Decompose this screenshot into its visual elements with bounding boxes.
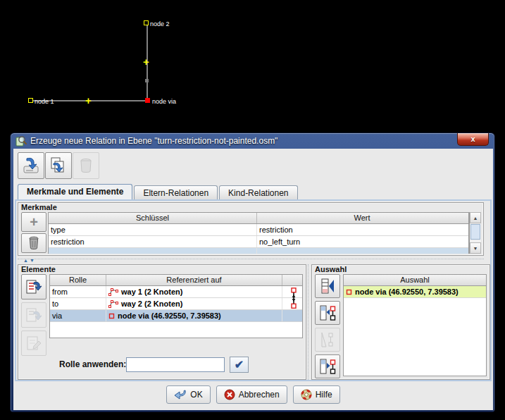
- member-role[interactable]: via: [50, 310, 106, 321]
- member-row[interactable]: from way 1 (2 Knoten): [50, 286, 302, 298]
- tag-value[interactable]: restriction: [257, 224, 467, 235]
- tag-row[interactable]: restriction no_left_turn: [49, 236, 468, 248]
- way-icon: [108, 288, 118, 296]
- selection-group: Auswahl: [311, 264, 490, 380]
- member-row-selected[interactable]: via node via (46.92550, 7.39583): [50, 310, 302, 322]
- members-col-role[interactable]: Rolle: [50, 275, 106, 285]
- role-input[interactable]: [126, 357, 225, 372]
- close-button[interactable]: x: [457, 133, 489, 146]
- cancel-button[interactable]: Abbrechen: [216, 385, 287, 404]
- add-selection-top-icon: [320, 278, 335, 295]
- plus-icon: +: [30, 217, 38, 227]
- way-connectivity-icon: [290, 288, 297, 309]
- edit-member-button: [21, 331, 46, 356]
- members-group: Elemente: [18, 264, 306, 380]
- add-selection-before-icon: [319, 304, 336, 321]
- apply-new-icon: [49, 156, 68, 175]
- add-tag-button[interactable]: +: [21, 212, 46, 232]
- map-node-via[interactable]: [145, 98, 150, 103]
- tags-scrollbar[interactable]: ▲ ▼: [469, 212, 481, 254]
- tags-group: Merkmale +: [18, 202, 484, 256]
- map-node-1-label: node 1: [35, 98, 54, 105]
- selection-col[interactable]: Auswahl: [344, 275, 486, 285]
- ok-button[interactable]: OK: [166, 385, 210, 404]
- document-pencil-icon: [25, 335, 42, 352]
- delete-tag-button[interactable]: [21, 233, 46, 253]
- help-button-label: Hilfe: [316, 390, 332, 400]
- scroll-up-icon[interactable]: ▲: [470, 212, 481, 223]
- footer-button-bar: OK Abbrechen: [13, 385, 493, 404]
- scroll-down-icon[interactable]: ▼: [470, 242, 481, 254]
- tag-row-new[interactable]: [49, 248, 468, 254]
- virtual-node-marker[interactable]: +: [142, 58, 150, 65]
- tag-key[interactable]: type: [49, 224, 257, 235]
- member-role[interactable]: to: [50, 298, 106, 309]
- delete-relation-button: [73, 152, 99, 179]
- move-member-up-button[interactable]: [21, 274, 46, 299]
- member-ref: way 1 (2 Knoten): [121, 288, 182, 296]
- splitter-collapse-icons[interactable]: ▲▼: [23, 258, 36, 263]
- apply-new-button[interactable]: [45, 152, 72, 179]
- help-button[interactable]: Hilfe: [293, 385, 340, 404]
- tags-table-header: Schlüssel Wert: [49, 213, 468, 224]
- duplicate-selection-button: [315, 328, 340, 352]
- member-ref: way 2 (2 Knoten): [121, 299, 182, 308]
- dialog-titlebar[interactable]: Erzeuge neue Relation in Ebene "turn-res…: [11, 133, 494, 149]
- selection-row[interactable]: node via (46.92550, 7.39583): [344, 286, 486, 298]
- tags-group-title: Merkmale: [21, 203, 57, 211]
- trash-icon: [27, 236, 40, 250]
- cancel-icon: [224, 389, 235, 400]
- apply-save-icon: [22, 156, 40, 175]
- apply-save-button[interactable]: [18, 152, 44, 179]
- tab-strip: Merkmale und Elemente Eltern-Relationen …: [18, 184, 299, 200]
- move-member-down-button: [21, 302, 46, 328]
- apply-role-label: Rolle anwenden:: [59, 359, 126, 369]
- tag-value[interactable]: no_left_turn: [257, 236, 467, 247]
- dialog-content: Merkmale und Elemente Eltern-Relationen …: [13, 149, 493, 410]
- ok-button-label: OK: [190, 390, 202, 400]
- selection-table[interactable]: Auswahl node via (46.92550, 7.39583): [343, 274, 487, 376]
- edit-list-icon: [25, 307, 42, 323]
- tab-kind-relationen[interactable]: Kind-Relationen: [219, 185, 297, 200]
- map-node-1[interactable]: [28, 98, 33, 103]
- way-icon: [108, 299, 118, 308]
- relation-editor-dialog: Erzeuge neue Relation in Ebene "turn-res…: [10, 132, 495, 412]
- tag-row[interactable]: type restriction: [49, 224, 468, 236]
- selection-table-header: Auswahl: [344, 275, 486, 286]
- apply-role-button[interactable]: ✔: [230, 357, 249, 373]
- map-node-2[interactable]: [144, 20, 149, 25]
- duplicate-selection-icon: [320, 331, 335, 348]
- trash-icon: [77, 157, 94, 174]
- tags-col-value[interactable]: Wert: [257, 213, 467, 223]
- help-lifering-icon: [301, 389, 312, 400]
- member-ref: node via (46.92550, 7.39583): [118, 311, 221, 320]
- members-table[interactable]: Rolle Referenziert auf from: [49, 274, 303, 338]
- tab-merkmale-und-elemente[interactable]: Merkmale und Elemente: [18, 184, 132, 200]
- map-node-via-label: node via: [152, 98, 176, 105]
- members-col-link[interactable]: [282, 275, 302, 285]
- map-node-untagged[interactable]: [145, 79, 149, 82]
- scrollbar-thumb[interactable]: [470, 224, 480, 240]
- members-group-title: Elemente: [21, 265, 56, 273]
- horizontal-splitter[interactable]: ▲▼: [18, 259, 484, 264]
- remove-selection-icon: [319, 358, 336, 375]
- map-node-2-label: node 2: [150, 20, 170, 27]
- check-icon: ✔: [235, 359, 244, 371]
- member-row[interactable]: to way 2 (2 Knoten): [50, 298, 302, 310]
- members-col-ref[interactable]: Referenziert auf: [106, 275, 282, 285]
- tab-content-pane: Merkmale +: [15, 199, 492, 381]
- remove-selection-button[interactable]: [315, 354, 340, 378]
- virtual-node-marker[interactable]: +: [85, 97, 92, 104]
- ok-arrow-icon: [174, 390, 187, 400]
- edit-list-icon: [25, 278, 42, 295]
- tags-col-key[interactable]: Schlüssel: [49, 213, 257, 223]
- tab-eltern-relationen[interactable]: Eltern-Relationen: [134, 185, 218, 200]
- add-selection-at-start-button[interactable]: [315, 274, 340, 298]
- members-table-header: Rolle Referenziert auf: [50, 275, 302, 286]
- member-role[interactable]: from: [50, 286, 106, 297]
- add-selection-before-button[interactable]: [315, 301, 340, 325]
- tags-table[interactable]: Schlüssel Wert type restriction restrict…: [48, 212, 469, 254]
- node-icon: [108, 313, 115, 319]
- toolbar: [18, 152, 100, 179]
- tag-key[interactable]: restriction: [49, 236, 257, 247]
